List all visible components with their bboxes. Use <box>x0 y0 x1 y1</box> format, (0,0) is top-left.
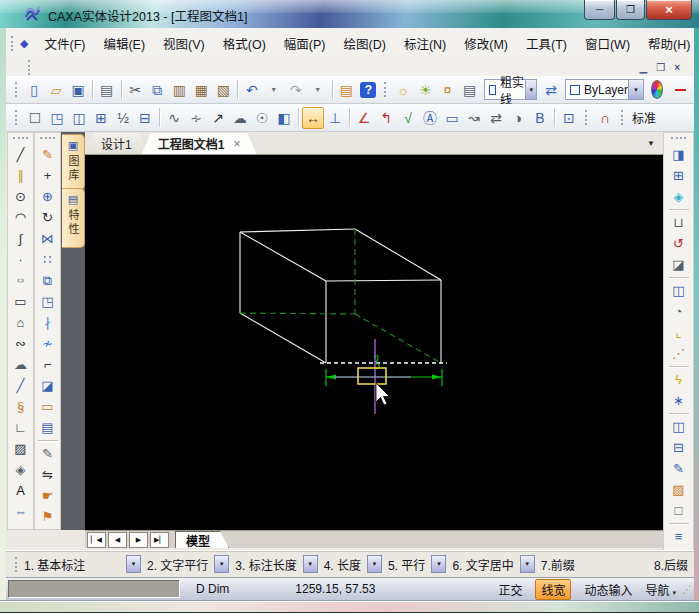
command-option-3[interactable]: 3. 标注长度 <box>235 556 296 573</box>
minimize-button[interactable]: ─ <box>584 0 615 20</box>
arrow-button[interactable]: ↗ <box>207 107 229 129</box>
section-view-tool[interactable]: ◪ <box>36 375 60 396</box>
save-button[interactable]: ▣ <box>67 79 89 101</box>
tab-list-dropdown-icon[interactable]: ▼ <box>647 139 655 148</box>
edit-tools-grip[interactable] <box>40 137 55 141</box>
tab-close-icon[interactable]: × <box>233 137 240 151</box>
text-tool[interactable]: A <box>9 480 33 501</box>
move-view-button[interactable]: ∗ <box>667 390 691 411</box>
ortho-toggle[interactable]: 正交 <box>498 581 522 598</box>
command-option-5[interactable]: 5. 平行 <box>388 556 425 573</box>
brightness-button[interactable]: ☀ <box>415 79 437 101</box>
nav-next-button[interactable]: ▶ <box>129 532 148 548</box>
close-button[interactable]: × <box>646 0 692 20</box>
menu-item-5[interactable]: 绘图(D) <box>335 31 395 56</box>
command-input-field[interactable] <box>8 580 180 598</box>
serial-number-button[interactable]: ½ <box>112 107 134 129</box>
line-style-combo[interactable]: 粗实线▼ <box>484 79 538 100</box>
lightbulb-button[interactable]: ☼ <box>393 79 415 101</box>
dimension-tool[interactable]: ⇔ <box>9 501 33 522</box>
tab-drawing-document1[interactable]: 工程图文档1 × <box>142 133 257 154</box>
command-option-2[interactable]: 2. 文字平行 <box>147 556 208 573</box>
mdi-restore-button[interactable]: ❐ <box>656 62 665 73</box>
polygon-tool[interactable]: ⌂ <box>9 312 33 333</box>
dimension-edit-tool[interactable]: ✎ <box>36 443 60 464</box>
format-brush-button[interactable]: ▧ <box>212 79 234 101</box>
new-file-button[interactable]: ▯ <box>23 79 45 101</box>
curve-leader-button[interactable]: ↝ <box>463 107 485 129</box>
rotate-tool[interactable]: ↻ <box>36 207 60 228</box>
toolbar-standard-grip[interactable] <box>621 110 625 125</box>
panel-tab-properties[interactable]: ▤ 特性 <box>62 188 85 248</box>
break-line-button[interactable]: ∻ <box>185 107 207 129</box>
mdi-minimize-button[interactable]: ▁ <box>639 62 647 73</box>
command-bar-grip[interactable] <box>15 557 19 572</box>
trim-tool[interactable]: ∤ <box>36 312 60 333</box>
menu-item-4[interactable]: 幅面(P) <box>275 31 335 56</box>
spline-tool[interactable]: ʃ <box>9 228 33 249</box>
undo-dropdown[interactable]: ▼ <box>263 79 285 101</box>
drawing-canvas[interactable] <box>85 155 663 530</box>
paste-button[interactable]: ▥ <box>168 79 190 101</box>
lock-layer-button[interactable]: ¤ <box>437 79 459 101</box>
menu-bar-grip[interactable] <box>11 36 13 51</box>
angle-dimension-button[interactable]: ∠ <box>353 107 375 129</box>
line-style-combo-dropdown-icon[interactable]: ▼ <box>525 80 536 99</box>
standard-views-button[interactable]: ⊞ <box>667 165 691 186</box>
frame-fill-button[interactable]: ◳ <box>46 107 68 129</box>
move-tool[interactable]: + <box>36 165 60 186</box>
bend-symbol-button[interactable]: B <box>529 107 551 129</box>
pencil-edit-tool[interactable]: ✎ <box>36 144 60 165</box>
tab-design1[interactable]: 设计1 <box>85 133 148 154</box>
section-full-button[interactable]: ⊔ <box>667 212 691 233</box>
dynamic-input-toggle[interactable]: 动态输入 <box>584 581 632 598</box>
dimension-arrow-tool[interactable]: ⇋ <box>36 464 60 485</box>
new-sheet-tool[interactable]: ▭ <box>36 396 60 417</box>
redo-dropdown[interactable]: ▼ <box>307 79 329 101</box>
command-option-2-dropdown[interactable]: ▼ <box>214 555 229 573</box>
navigation-toggle-dropdown-icon[interactable]: ▾ <box>672 589 676 596</box>
command-option-7[interactable]: 7.前缀 <box>541 556 575 573</box>
title-block-button[interactable]: ◫ <box>68 107 90 129</box>
open-file-button[interactable]: ▱ <box>45 79 67 101</box>
layer-convert-button[interactable]: ⇄ <box>540 79 562 101</box>
view-tools-grip[interactable] <box>671 137 686 141</box>
edit-hatch-button[interactable]: ▨ <box>667 479 691 500</box>
command-option-4-dropdown[interactable]: ▼ <box>367 555 382 573</box>
help-button[interactable]: ? <box>357 79 379 101</box>
circle-tool[interactable]: ⊙ <box>9 186 33 207</box>
color-combo[interactable]: ByLayer▼ <box>565 79 644 100</box>
plot-style-button[interactable]: ▤ <box>459 79 481 101</box>
array-tool[interactable]: ∷ <box>36 249 60 270</box>
curve-points-tool[interactable]: ∾ <box>9 333 33 354</box>
parallel-line-tool[interactable]: ∥ <box>9 165 33 186</box>
cloud-tool[interactable]: ☁ <box>9 354 33 375</box>
rectangle-tool[interactable]: ▭ <box>9 291 33 312</box>
linear-dimension-button[interactable]: ↔ <box>302 107 324 129</box>
point-tool[interactable]: ∙ <box>9 249 33 270</box>
offset-tool[interactable]: ⧉ <box>36 270 60 291</box>
partial-enlarge-button[interactable]: ◔ <box>667 301 691 322</box>
menu-item-7[interactable]: 修改(M) <box>455 31 517 56</box>
menu-item-1[interactable]: 编辑(E) <box>94 31 154 56</box>
command-option-6[interactable]: 6. 文字居中 <box>452 556 513 573</box>
mdi-close-button[interactable]: × <box>674 62 680 73</box>
erase-view-button[interactable]: ◈ <box>667 186 691 207</box>
cloud-line-button[interactable]: ☁ <box>229 107 251 129</box>
leader-button[interactable]: ↰ <box>375 107 397 129</box>
new-view-button[interactable]: ◨ <box>667 144 691 165</box>
panel-tab-library[interactable]: ▣ 图库 <box>62 134 85 190</box>
linewidth-toggle[interactable]: 线宽 <box>535 579 571 600</box>
nav-last-button[interactable]: ▶▏ <box>150 532 169 548</box>
cascade-views-button[interactable]: ⊟ <box>667 437 691 458</box>
rotate-view-button[interactable]: ↺ <box>667 233 691 254</box>
nav-first-button[interactable]: ▏◀ <box>87 532 106 548</box>
menu-item-10[interactable]: 帮助(H) <box>639 31 699 56</box>
copy-button[interactable]: ⧉ <box>146 79 168 101</box>
app-menu-icon[interactable]: ◆ <box>20 37 28 50</box>
undo-button[interactable]: ↶ <box>241 79 263 101</box>
tile-views-button[interactable]: ◫ <box>667 416 691 437</box>
menu-item-3[interactable]: 格式(O) <box>214 31 275 56</box>
half-section-button[interactable]: ◪ <box>667 254 691 275</box>
command-option-1-dropdown[interactable]: ▼ <box>126 555 141 573</box>
